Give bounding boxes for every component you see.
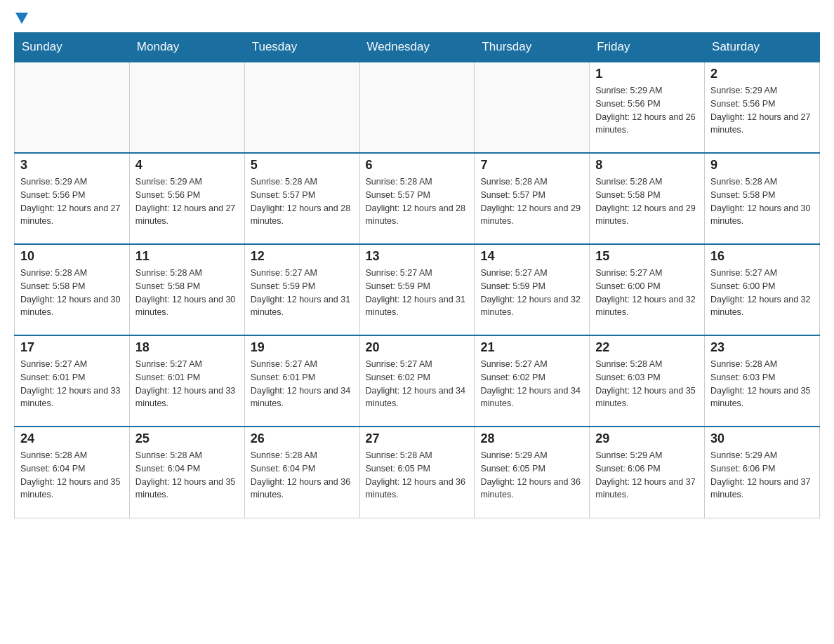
day-number: 27 [366,431,469,446]
calendar-cell: 5Sunrise: 5:28 AM Sunset: 5:57 PM Daylig… [244,153,359,244]
day-number: 28 [480,431,583,446]
day-info: Sunrise: 5:29 AM Sunset: 5:56 PM Dayligh… [20,175,124,228]
column-header-saturday: Saturday [705,33,820,62]
day-info: Sunrise: 5:28 AM Sunset: 5:57 PM Dayligh… [480,175,583,228]
week-row: 3Sunrise: 5:29 AM Sunset: 5:56 PM Daylig… [15,153,820,244]
week-row: 1Sunrise: 5:29 AM Sunset: 5:56 PM Daylig… [15,62,820,153]
day-number: 20 [366,340,469,355]
day-info: Sunrise: 5:27 AM Sunset: 6:00 PM Dayligh… [710,267,814,319]
day-info: Sunrise: 5:28 AM Sunset: 5:57 PM Dayligh… [251,175,354,228]
day-info: Sunrise: 5:27 AM Sunset: 5:59 PM Dayligh… [366,267,469,319]
calendar-cell: 4Sunrise: 5:29 AM Sunset: 5:56 PM Daylig… [129,153,244,244]
day-info: Sunrise: 5:28 AM Sunset: 6:04 PM Dayligh… [251,449,354,502]
calendar-cell: 26Sunrise: 5:28 AM Sunset: 6:04 PM Dayli… [244,427,359,518]
day-info: Sunrise: 5:27 AM Sunset: 5:59 PM Dayligh… [480,267,583,319]
day-number: 2 [710,67,814,81]
day-info: Sunrise: 5:27 AM Sunset: 6:02 PM Dayligh… [480,358,583,410]
day-number: 22 [595,340,699,355]
day-number: 25 [135,431,239,446]
day-number: 16 [710,249,814,264]
day-info: Sunrise: 5:28 AM Sunset: 5:58 PM Dayligh… [135,267,239,319]
week-row: 10Sunrise: 5:28 AM Sunset: 5:58 PM Dayli… [15,244,820,335]
header-row: SundayMondayTuesdayWednesdayThursdayFrid… [15,33,820,62]
calendar-cell: 8Sunrise: 5:28 AM Sunset: 5:58 PM Daylig… [590,153,705,244]
day-number: 1 [595,67,699,81]
day-info: Sunrise: 5:28 AM Sunset: 6:04 PM Dayligh… [20,449,124,502]
day-number: 14 [480,249,583,264]
calendar-cell: 29Sunrise: 5:29 AM Sunset: 6:06 PM Dayli… [590,427,705,518]
day-info: Sunrise: 5:27 AM Sunset: 6:00 PM Dayligh… [595,267,699,319]
day-info: Sunrise: 5:28 AM Sunset: 5:57 PM Dayligh… [366,175,469,228]
calendar-cell: 13Sunrise: 5:27 AM Sunset: 5:59 PM Dayli… [359,244,475,335]
day-number: 18 [135,340,239,355]
day-number: 15 [595,249,699,264]
column-header-thursday: Thursday [475,33,590,62]
calendar-cell: 9Sunrise: 5:28 AM Sunset: 5:58 PM Daylig… [705,153,820,244]
page-header [14,14,820,25]
calendar-cell: 27Sunrise: 5:28 AM Sunset: 6:05 PM Dayli… [359,427,475,518]
day-number: 26 [251,431,354,446]
day-info: Sunrise: 5:29 AM Sunset: 5:56 PM Dayligh… [710,84,814,137]
day-number: 24 [20,431,124,446]
day-info: Sunrise: 5:29 AM Sunset: 6:05 PM Dayligh… [480,449,583,502]
calendar-cell: 25Sunrise: 5:28 AM Sunset: 6:04 PM Dayli… [129,427,244,518]
calendar-cell: 15Sunrise: 5:27 AM Sunset: 6:00 PM Dayli… [590,244,705,335]
day-number: 10 [20,249,124,264]
calendar-cell: 12Sunrise: 5:27 AM Sunset: 5:59 PM Dayli… [244,244,359,335]
column-header-monday: Monday [129,33,244,62]
calendar-cell: 3Sunrise: 5:29 AM Sunset: 5:56 PM Daylig… [15,153,130,244]
day-number: 23 [710,340,814,355]
day-number: 6 [366,158,469,173]
calendar-cell: 7Sunrise: 5:28 AM Sunset: 5:57 PM Daylig… [475,153,590,244]
calendar-cell: 1Sunrise: 5:29 AM Sunset: 5:56 PM Daylig… [590,62,705,153]
day-info: Sunrise: 5:28 AM Sunset: 6:04 PM Dayligh… [135,449,239,502]
day-info: Sunrise: 5:28 AM Sunset: 6:05 PM Dayligh… [366,449,469,502]
calendar-cell: 23Sunrise: 5:28 AM Sunset: 6:03 PM Dayli… [705,335,820,427]
calendar-cell: 18Sunrise: 5:27 AM Sunset: 6:01 PM Dayli… [129,335,244,427]
day-number: 13 [366,249,469,264]
calendar-cell: 10Sunrise: 5:28 AM Sunset: 5:58 PM Dayli… [15,244,130,335]
day-number: 7 [480,158,583,173]
day-number: 3 [20,158,124,173]
day-info: Sunrise: 5:27 AM Sunset: 6:02 PM Dayligh… [366,358,469,410]
day-number: 4 [135,158,239,173]
day-number: 8 [595,158,699,173]
day-number: 17 [20,340,124,355]
calendar-cell: 14Sunrise: 5:27 AM Sunset: 5:59 PM Dayli… [475,244,590,335]
day-number: 5 [251,158,354,173]
column-header-friday: Friday [590,33,705,62]
day-info: Sunrise: 5:27 AM Sunset: 5:59 PM Dayligh… [251,267,354,319]
calendar-cell: 21Sunrise: 5:27 AM Sunset: 6:02 PM Dayli… [475,335,590,427]
column-header-tuesday: Tuesday [244,33,359,62]
calendar-cell: 17Sunrise: 5:27 AM Sunset: 6:01 PM Dayli… [15,335,130,427]
calendar-cell: 11Sunrise: 5:28 AM Sunset: 5:58 PM Dayli… [129,244,244,335]
day-info: Sunrise: 5:29 AM Sunset: 5:56 PM Dayligh… [595,84,699,137]
day-number: 11 [135,249,239,264]
calendar-cell [475,62,590,153]
column-header-wednesday: Wednesday [359,33,475,62]
calendar-cell: 20Sunrise: 5:27 AM Sunset: 6:02 PM Dayli… [359,335,475,427]
day-info: Sunrise: 5:29 AM Sunset: 5:56 PM Dayligh… [135,175,239,228]
calendar-cell [359,62,475,153]
day-info: Sunrise: 5:27 AM Sunset: 6:01 PM Dayligh… [20,358,124,410]
calendar-table: SundayMondayTuesdayWednesdayThursdayFrid… [14,32,820,518]
day-info: Sunrise: 5:28 AM Sunset: 5:58 PM Dayligh… [595,175,699,228]
day-info: Sunrise: 5:28 AM Sunset: 6:03 PM Dayligh… [710,358,814,410]
day-number: 30 [710,431,814,446]
logo [14,14,28,25]
calendar-cell: 28Sunrise: 5:29 AM Sunset: 6:05 PM Dayli… [475,427,590,518]
calendar-cell [129,62,244,153]
day-info: Sunrise: 5:29 AM Sunset: 6:06 PM Dayligh… [595,449,699,502]
calendar-cell [244,62,359,153]
day-number: 29 [595,431,699,446]
calendar-cell: 30Sunrise: 5:29 AM Sunset: 6:06 PM Dayli… [705,427,820,518]
calendar-cell: 6Sunrise: 5:28 AM Sunset: 5:57 PM Daylig… [359,153,475,244]
calendar-cell: 24Sunrise: 5:28 AM Sunset: 6:04 PM Dayli… [15,427,130,518]
day-number: 9 [710,158,814,173]
day-info: Sunrise: 5:29 AM Sunset: 6:06 PM Dayligh… [710,449,814,502]
week-row: 17Sunrise: 5:27 AM Sunset: 6:01 PM Dayli… [15,335,820,427]
calendar-cell [15,62,130,153]
column-header-sunday: Sunday [15,33,130,62]
day-number: 21 [480,340,583,355]
day-info: Sunrise: 5:28 AM Sunset: 5:58 PM Dayligh… [20,267,124,319]
